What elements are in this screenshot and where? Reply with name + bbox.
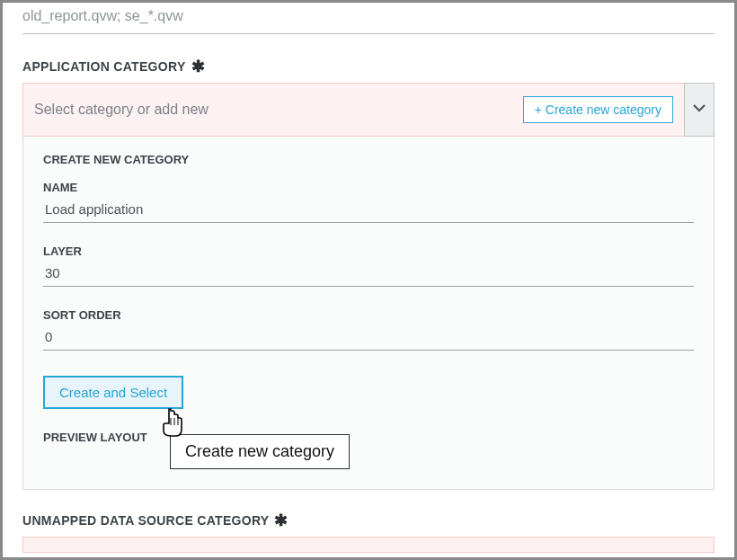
application-category-select-row: Select category or add new + Create new … <box>22 83 715 137</box>
config-panel: APPLICATION CATEGORY ✱ Select category o… <box>0 0 737 560</box>
create-category-panel: CREATE NEW CATEGORY NAME LAYER SORT ORDE… <box>22 137 715 490</box>
file-pattern-input[interactable] <box>22 3 715 34</box>
sort-order-input[interactable] <box>43 324 694 351</box>
application-category-select[interactable]: Select category or add new + Create new … <box>22 83 684 137</box>
unmapped-category-label: UNMAPPED DATA SOURCE CATEGORY <box>22 513 269 528</box>
application-category-dropdown[interactable] <box>684 83 715 137</box>
application-category-placeholder: Select category or add new <box>34 102 209 118</box>
preview-layout-label: PREVIEW LAYOUT <box>43 431 694 444</box>
layer-input[interactable] <box>43 260 694 287</box>
create-category-title: CREATE NEW CATEGORY <box>43 153 694 166</box>
required-icon: ✱ <box>274 514 288 527</box>
required-icon: ✱ <box>191 60 205 73</box>
create-new-category-button[interactable]: + Create new category <box>523 96 673 123</box>
sort-order-label: SORT ORDER <box>43 308 694 322</box>
application-category-label: APPLICATION CATEGORY <box>22 59 186 74</box>
application-category-header: APPLICATION CATEGORY ✱ <box>22 59 715 74</box>
unmapped-category-header: UNMAPPED DATA SOURCE CATEGORY ✱ <box>22 513 715 528</box>
layer-label: LAYER <box>43 244 694 258</box>
tooltip: Create new category <box>170 434 350 469</box>
name-label: NAME <box>43 181 694 194</box>
unmapped-category-select[interactable] <box>22 537 715 553</box>
create-and-select-button[interactable]: Create and Select <box>43 376 183 409</box>
name-input[interactable] <box>43 196 694 223</box>
chevron-down-icon <box>692 101 706 119</box>
